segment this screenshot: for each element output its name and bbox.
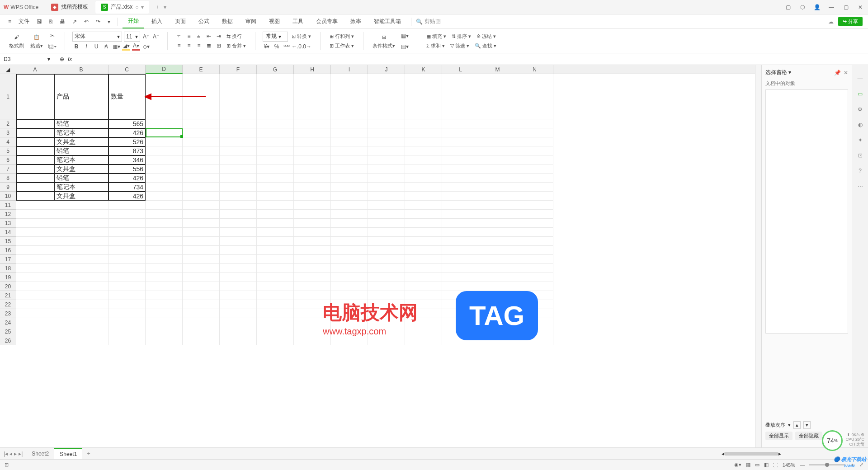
cell[interactable]	[16, 74, 54, 119]
thousand-icon[interactable]: ººº	[283, 42, 291, 51]
reader-view-icon[interactable]: ◧	[764, 462, 769, 468]
strike-icon[interactable]: ₳	[102, 42, 110, 51]
hide-all-button[interactable]: 全部隐藏	[795, 432, 822, 440]
menu-tab-page[interactable]: 页面	[170, 15, 191, 28]
row-header-4[interactable]: 4	[0, 137, 16, 146]
row-header-14[interactable]: 14	[0, 228, 16, 237]
row-header-18[interactable]: 18	[0, 264, 16, 273]
print-icon[interactable]: ⎘	[47, 17, 55, 27]
hamburger-icon[interactable]: ≡	[5, 17, 14, 27]
clear-format-icon[interactable]: ◇▾	[142, 42, 150, 51]
cell[interactable]	[16, 128, 54, 137]
cond-format-button[interactable]: ⊞ 条件格式▾	[371, 32, 397, 50]
cut-icon[interactable]: ✂	[47, 31, 57, 41]
col-header-N[interactable]: N	[516, 65, 553, 74]
menu-tab-view[interactable]: 视图	[264, 15, 285, 28]
find-button[interactable]: 🔍查找▾	[473, 42, 498, 50]
tab-product[interactable]: S 产品.xlsx ○ ▾	[95, 1, 149, 14]
cell[interactable]: 笔记本	[54, 128, 108, 137]
zoom-formula-icon[interactable]: ⊕	[60, 56, 64, 62]
row-header-8[interactable]: 8	[0, 174, 16, 183]
orientation-icon[interactable]: ⊞	[215, 42, 223, 50]
decimal-dec-icon[interactable]: .0→	[302, 42, 311, 51]
formula-input[interactable]	[75, 56, 863, 62]
sort-button[interactable]: ⇅排序▾	[450, 32, 473, 41]
font-shrink-icon[interactable]: A⁻	[152, 33, 160, 41]
menu-tab-smart[interactable]: 智能工具箱	[368, 15, 406, 28]
bold-icon[interactable]: B	[72, 42, 80, 51]
show-all-button[interactable]: 全部显示	[765, 432, 793, 440]
menu-tab-start[interactable]: 开始	[123, 14, 144, 28]
cell[interactable]	[16, 137, 54, 146]
menu-tab-tools[interactable]: 工具	[287, 15, 309, 28]
object-list[interactable]	[765, 89, 848, 334]
row-header-21[interactable]: 21	[0, 291, 16, 300]
menu-tab-efficiency[interactable]: 效率	[345, 15, 367, 28]
dropdown-icon[interactable]: ▾	[105, 17, 113, 27]
wrap-button[interactable]: ⇆换行	[225, 32, 244, 41]
cell[interactable]: 346	[108, 155, 146, 164]
cell[interactable]: 产品	[54, 74, 108, 119]
file-menu[interactable]: 文件	[16, 16, 32, 27]
font-grow-icon[interactable]: A⁺	[142, 33, 150, 41]
close-pane-icon[interactable]: ✕	[844, 70, 848, 76]
more-tool-icon[interactable]: ⋯	[856, 182, 865, 191]
cell[interactable]: 文具盒	[54, 164, 108, 174]
move-down-icon[interactable]: ▾	[803, 421, 811, 429]
menu-tab-data[interactable]: 数据	[217, 15, 238, 28]
cell[interactable]: 734	[108, 183, 146, 192]
tab-add[interactable]: ＋	[151, 1, 164, 13]
cell[interactable]: 铅笔	[54, 119, 108, 128]
cell[interactable]: 笔记本	[54, 155, 108, 164]
close-icon[interactable]: ✕	[856, 3, 864, 11]
search-text[interactable]: 剪贴画	[425, 18, 441, 25]
col-header-A[interactable]: A	[16, 65, 54, 74]
minimize-side-icon[interactable]: —	[856, 74, 865, 83]
row-header-6[interactable]: 6	[0, 155, 16, 164]
chevron-down-icon[interactable]: ▾	[47, 56, 50, 62]
align-right-icon[interactable]: ≡	[195, 42, 203, 50]
col-header-L[interactable]: L	[442, 65, 479, 74]
minimize-icon[interactable]: —	[827, 3, 835, 11]
row-col-button[interactable]: ⊞行和列▾	[328, 32, 356, 41]
merge-button[interactable]: ⊞合并▾	[225, 42, 248, 50]
row-header-1[interactable]: 1	[0, 74, 16, 119]
row-header-11[interactable]: 11	[0, 201, 16, 210]
cell[interactable]: 文具盒	[54, 192, 108, 201]
underline-icon[interactable]: U	[92, 42, 100, 51]
cell[interactable]: 数量	[108, 74, 146, 119]
currency-icon[interactable]: ¥▾	[263, 42, 271, 51]
align-top-icon[interactable]: ⫧	[175, 32, 183, 40]
row-header-23[interactable]: 23	[0, 309, 16, 318]
add-sheet-button[interactable]: ＋	[82, 448, 95, 459]
select-tool-icon[interactable]: ▭	[856, 89, 865, 99]
cloud-icon[interactable]: ☁	[828, 19, 834, 25]
col-header-J[interactable]: J	[368, 65, 405, 74]
copy-icon[interactable]: ⿻▾	[47, 42, 57, 52]
chevron-down-icon[interactable]: ▾	[788, 422, 791, 428]
col-header-C[interactable]: C	[108, 65, 146, 74]
row-header-25[interactable]: 25	[0, 327, 16, 336]
row-header-15[interactable]: 15	[0, 237, 16, 246]
tab-dropdown-icon[interactable]: ▾	[141, 4, 144, 10]
tab-list-icon[interactable]: ▾	[164, 4, 166, 10]
col-header-F[interactable]: F	[220, 65, 257, 74]
convert-button[interactable]: ⊡转换▾	[290, 32, 313, 41]
fill-color-icon[interactable]: ◢▾	[122, 42, 130, 51]
menu-tab-review[interactable]: 审阅	[240, 15, 262, 28]
cell[interactable]: 铅笔	[54, 146, 108, 155]
col-header-I[interactable]: I	[331, 65, 368, 74]
pin-icon[interactable]: 📌	[834, 70, 841, 76]
menu-tab-insert[interactable]: 插入	[146, 15, 168, 28]
sum-button[interactable]: Σ求和▾	[425, 42, 447, 50]
select-all-corner[interactable]: ◢	[0, 65, 16, 74]
col-header-H[interactable]: H	[294, 65, 331, 74]
row-header-13[interactable]: 13	[0, 219, 16, 228]
row-header-3[interactable]: 3	[0, 128, 16, 137]
percent-icon[interactable]: %	[273, 42, 281, 51]
avatar-icon[interactable]: 👤	[813, 3, 821, 11]
number-format-select[interactable]: 常规▾	[263, 32, 288, 42]
page-view-icon[interactable]: ▭	[755, 462, 760, 468]
align-justify-icon[interactable]: ≣	[205, 42, 213, 50]
row-header-10[interactable]: 10	[0, 192, 16, 201]
